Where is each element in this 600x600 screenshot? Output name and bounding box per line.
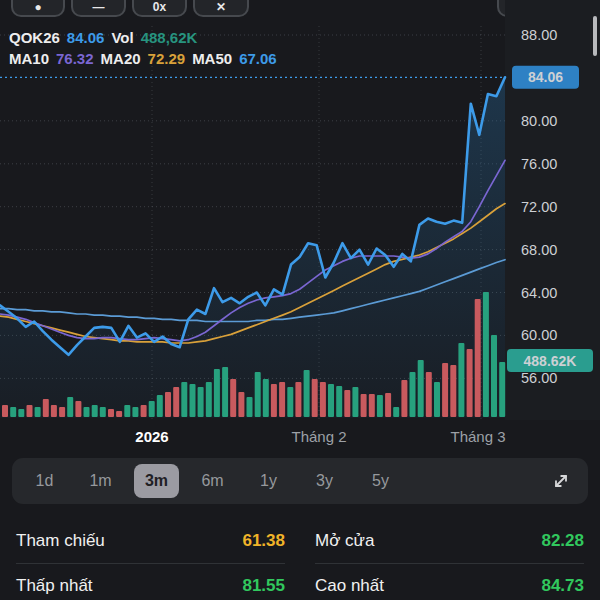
price-tick-label: 64.00 <box>521 285 557 301</box>
price-tick-label: 80.00 <box>521 113 557 129</box>
range-button-6m[interactable]: 6m <box>190 464 235 498</box>
volume-bar <box>149 401 155 417</box>
volume-bar <box>336 386 342 417</box>
range-button-5y[interactable]: 5y <box>358 464 403 498</box>
range-button-3y[interactable]: 3y <box>302 464 347 498</box>
volume-bar <box>67 397 73 417</box>
stat-label: Tham chiếu <box>16 531 105 551</box>
scroll-indicator <box>593 16 597 56</box>
ma10-label: MA10 <box>9 48 49 69</box>
volume-bar <box>75 401 81 417</box>
price-tick-label: 60.00 <box>521 327 557 343</box>
volume-bar <box>116 411 122 417</box>
volume-bar <box>206 382 212 417</box>
volume-bar <box>263 379 269 417</box>
ma50-label: MA50 <box>192 48 232 69</box>
volume-bar <box>320 382 326 417</box>
volume-bar <box>328 384 334 417</box>
volume-bar <box>352 387 358 417</box>
volume-bar <box>426 372 432 417</box>
volume-bar <box>59 407 65 417</box>
volume-bar <box>51 405 57 417</box>
stock-chart-screen: ● — 0x ✕ ▪ ⋮ 88.0080.0076.0072.0068.0064… <box>0 0 600 600</box>
stat-value: 81.55 <box>242 576 285 596</box>
volume-bar <box>442 363 448 417</box>
volume-bar <box>434 382 440 417</box>
stat-value: 61.38 <box>242 531 285 551</box>
volume-bar <box>181 382 187 417</box>
volume-bar <box>377 395 383 417</box>
volume-bar <box>255 372 261 417</box>
stat-label: Thấp nhất <box>16 576 93 596</box>
x-axis-label: Tháng 2 <box>291 426 346 448</box>
volume-bar <box>369 394 375 417</box>
volume-bar <box>361 394 367 417</box>
stat-low: Thấp nhất 81.55 <box>16 564 285 600</box>
volume-bar <box>214 369 220 417</box>
volume-bar <box>198 387 204 417</box>
range-button-1m[interactable]: 1m <box>78 464 123 498</box>
volume-bar <box>467 349 473 417</box>
volume-bar <box>499 362 505 417</box>
volume-bar <box>385 393 391 417</box>
volume-bar <box>450 365 456 417</box>
ma50-value: 67.06 <box>239 48 277 69</box>
price-tick-label: 68.00 <box>521 242 557 258</box>
ma20-label: MA20 <box>101 48 141 69</box>
range-selector: 1d 1m 3m 6m 1y 3y 5y <box>12 458 588 504</box>
volume-bar <box>27 405 33 417</box>
expand-chart-button[interactable] <box>544 464 578 498</box>
stat-open: Mở cửa 82.28 <box>315 519 584 564</box>
volume-bar <box>458 343 464 417</box>
price-area-fill <box>0 77 505 418</box>
volume-bar <box>141 405 147 417</box>
price-tick-label: 72.00 <box>521 199 557 215</box>
volume-bar <box>295 382 301 417</box>
volume-bar <box>483 292 489 417</box>
volume-bar <box>230 379 236 417</box>
volume-bar <box>92 405 98 417</box>
vol-value: 488,62K <box>141 27 198 48</box>
volume-bar <box>43 399 49 417</box>
volume-bar <box>35 407 41 417</box>
volume-bar <box>247 397 253 417</box>
price-tick-label: 88.00 <box>521 27 557 43</box>
volume-bar <box>344 390 350 417</box>
stat-value: 82.28 <box>541 531 584 551</box>
stat-label: Mở cửa <box>315 531 374 551</box>
volume-bar <box>491 335 497 417</box>
current-volume-badge-label: 488.62K <box>524 353 577 369</box>
volume-bar <box>173 387 179 417</box>
ma10-value: 76.32 <box>56 48 94 69</box>
volume-bar <box>2 405 8 417</box>
price-tick-label: 56.00 <box>521 370 557 386</box>
volume-bar <box>475 299 481 417</box>
range-button-3m[interactable]: 3m <box>134 464 179 498</box>
volume-bar <box>410 372 416 417</box>
volume-bar <box>10 407 16 417</box>
legend-row-price: QOK26 84.06 Vol 488,62K <box>9 27 277 48</box>
ma20-value: 72.29 <box>148 48 186 69</box>
price-tick-label: 76.00 <box>521 156 557 172</box>
current-price-badge-label: 84.06 <box>528 69 563 85</box>
volume-bar <box>304 370 310 417</box>
chart-legend: QOK26 84.06 Vol 488,62K MA10 76.32 MA20 … <box>9 27 277 69</box>
range-button-1y[interactable]: 1y <box>246 464 291 498</box>
stat-label: Cao nhất <box>315 576 384 596</box>
volume-bar <box>418 360 424 417</box>
volume-bar <box>271 384 277 417</box>
volume-bar <box>393 407 399 417</box>
volume-bar <box>18 409 24 417</box>
x-axis-label: 2026 <box>135 426 168 448</box>
last-price: 84.06 <box>67 27 105 48</box>
volume-bar <box>287 387 293 417</box>
expand-icon <box>551 471 571 491</box>
volume-bar <box>401 380 407 417</box>
volume-bar <box>84 407 90 417</box>
legend-row-ma: MA10 76.32 MA20 72.29 MA50 67.06 <box>9 48 277 69</box>
symbol-label: QOK26 <box>9 27 60 48</box>
range-button-1d[interactable]: 1d <box>22 464 67 498</box>
vol-label: Vol <box>111 27 133 48</box>
stats-table: Tham chiếu 61.38 Mở cửa 82.28 Thấp nhất … <box>0 519 600 600</box>
volume-bar <box>238 392 244 417</box>
